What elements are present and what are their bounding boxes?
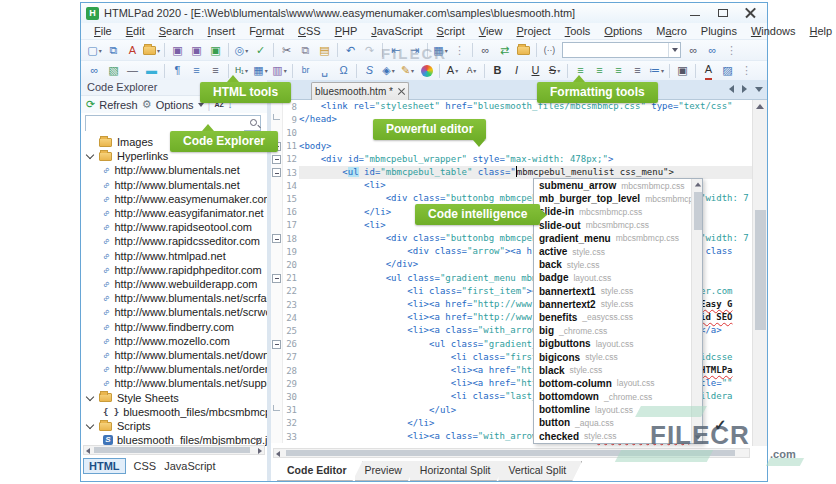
align-right-button[interactable]: ≡ [610,62,627,79]
menu-search[interactable]: Search [152,25,201,37]
find-button[interactable]: ∞ [477,42,494,59]
tree-hyperlink[interactable]: ∞http://www.webuilderapp.com [81,277,267,291]
fold-gutter[interactable] [271,404,283,417]
autocomplete-item-black[interactable]: blackstyle.css [534,364,702,377]
tab-close-icon[interactable] [398,88,405,95]
maximize-icon[interactable] [717,7,729,19]
highlight-color-button[interactable]: ▨ [719,62,736,79]
menu-php[interactable]: PHP [328,25,365,37]
image-button[interactable]: ▧ [105,62,122,79]
strikethrough-button[interactable]: S▾ [546,62,563,79]
menu-file[interactable]: File [87,25,119,37]
color-picker-button[interactable] [418,62,435,79]
autocomplete-item-mb-burger-top-level[interactable]: mb_burger_top_levelmbcsmbmcp.css [534,192,702,205]
view-tab-code-editor[interactable]: Code Editor [277,461,363,481]
code-line-10[interactable]: 10 [271,126,752,139]
code-block-button[interactable]: ▣ [674,62,691,79]
refresh-button[interactable]: Refresh [99,99,138,111]
tree-hyperlink[interactable]: ∞http://www.easygifanimator.net [81,206,267,220]
fold-gutter[interactable] [271,166,283,179]
menu-plugins[interactable]: Plugins [694,25,744,37]
scroll-down-icon[interactable] [694,436,700,440]
menu-project[interactable]: Project [509,25,557,37]
nbsp-button[interactable]: ␣ [316,62,333,79]
autocomplete-item-bottom-column[interactable]: bottom-columnlayout.css [534,377,702,390]
tree-hyperlink[interactable]: ∞http://www.easymenumaker.com [81,192,267,206]
panels-button[interactable]: ▦▾ [432,42,449,59]
new-from-template-button[interactable]: ⧉ [105,42,122,59]
toolbar-overflow-icon[interactable]: ⋮ [451,42,468,59]
tree-hyperlink[interactable]: ∞http://www.rapidcsseditor.com [81,234,267,248]
tree-hyperlink[interactable]: ∞http://www.findberry.com [81,320,267,334]
quick-search-combobox[interactable] [562,42,681,58]
chevron-down-icon[interactable] [86,421,94,429]
format-brush-button[interactable]: ✎▾ [399,62,416,79]
autocomplete-item-bigicons[interactable]: bigiconsstyle.css [534,350,702,363]
text-color-button[interactable]: A [700,62,717,79]
comment-button[interactable]: ▬ [143,62,160,79]
tree-stylesheet-file[interactable]: { }bluesmooth_files/mbcsmbmcp.css [81,405,267,419]
autocomplete-item-slide-out[interactable]: slide-outmbcsmbmcp.css [534,219,702,232]
bold-button[interactable]: B [489,62,506,79]
autocomplete-item-checked[interactable]: checkedstyle.css [534,430,702,443]
menu-format[interactable]: Format [242,25,291,37]
tree-hyperlink[interactable]: ∞http://www.blumentals.net [81,178,267,192]
autocomplete-item-bannertext1[interactable]: bannertext1style.css [534,285,702,298]
scrollbar-thumb[interactable] [286,450,735,456]
special-character-button[interactable]: Ω [335,62,352,79]
autocomplete-item-benefits[interactable]: benefits_easycss.css [534,311,702,324]
view-tab-preview[interactable]: Preview [355,461,418,481]
form-button[interactable]: ▥▾ [271,62,288,79]
tab-scroll-left-icon[interactable] [729,85,734,93]
scroll-right-icon[interactable] [258,448,262,454]
tree-hyperlink[interactable]: ∞http://www.blumentals.net/scrfact [81,291,267,305]
unordered-list-button[interactable]: ≡ [207,62,224,79]
document-tab-bluesmooth[interactable]: bluesmooth.htm * [311,82,409,100]
menu-script[interactable]: Script [430,25,472,37]
hyperlink-button[interactable]: ∞ [86,62,103,79]
code-line-9[interactable]: 9</head> [271,113,752,126]
scroll-up-icon[interactable] [694,183,700,187]
chevron-down-icon[interactable] [86,151,94,159]
dropdown-scrollbar[interactable] [691,179,702,443]
menu-edit[interactable]: Edit [119,25,152,37]
quick-search-input[interactable] [563,43,668,57]
chevron-down-icon[interactable] [86,392,94,400]
view-tab-horizontal-split[interactable]: Horizontal Split [410,461,507,481]
find-in-files-button[interactable] [515,42,532,59]
tree-hyperlink[interactable]: ∞http://www.blumentals.net/scrwor [81,305,267,319]
line-break-button[interactable]: br [297,62,314,79]
fold-gutter[interactable] [271,153,283,166]
autocomplete-item-back[interactable]: backstyle.css [534,258,702,271]
menu-javascript[interactable]: JavaScript [364,25,429,37]
tree-hyperlink[interactable]: ∞http://www.blumentals.net/order/ [81,362,267,376]
find-next-button[interactable]: ∞ [685,42,702,59]
open-file-button[interactable]: ▾ [143,42,160,59]
autocomplete-item-badge[interactable]: badgelayout.css [534,271,702,284]
copy-button[interactable]: ⧉ [297,42,314,59]
autocomplete-item-bottomdown[interactable]: bottomdown_chrome.css [534,390,702,403]
code-line-11[interactable]: 11<body> [271,140,752,153]
code-snippet-button[interactable]: (··) [541,42,558,59]
tab-list-icon[interactable] [755,87,763,92]
find-previous-button[interactable]: ∞ [704,42,721,59]
italic-button[interactable]: I [508,62,525,79]
close-icon[interactable] [745,7,757,19]
scroll-up-icon[interactable] [756,104,764,109]
undo-button[interactable]: ↶ [342,42,359,59]
validate-document-button[interactable]: A [124,42,141,59]
redo-button[interactable]: ↷ [361,42,378,59]
autocomplete-item-bannertext2[interactable]: bannertext2style.css [534,298,702,311]
tree-hyperlink[interactable]: ∞http://www.htmlpad.net [81,249,267,263]
tab-scroll-right-icon[interactable] [742,85,747,93]
menu-insert[interactable]: Insert [201,25,243,37]
menu-view[interactable]: View [472,25,510,37]
sidebar-tab-css[interactable]: CSS [134,460,157,472]
paragraph-button[interactable]: ¶ [169,62,186,79]
autocomplete-item-bigbuttons[interactable]: bigbuttonslayout.css [534,337,702,350]
tree-hyperlink[interactable]: ∞http://www.blumentals.net [81,163,267,177]
autocomplete-item-active[interactable]: activestyle.css [534,245,702,258]
editor-horizontal-scrollbar[interactable] [273,448,750,458]
autocomplete-item-submenu-arrow[interactable]: submenu_arrowmbcsmbmcp.css [534,179,702,192]
indent-button[interactable]: ⇥ [406,42,423,59]
